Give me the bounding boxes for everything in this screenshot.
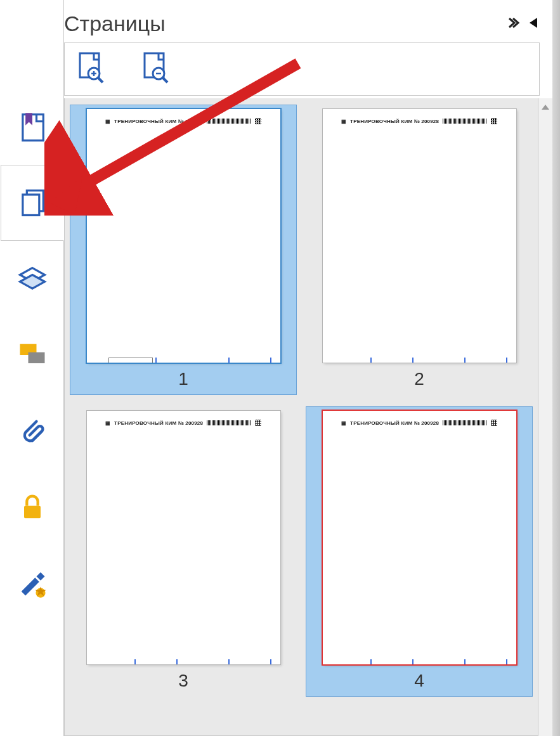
svg-rect-3 [23,195,39,216]
svg-marker-13 [530,18,537,28]
svg-rect-8 [24,506,41,519]
doc-header-text: ТРЕНИРОВОЧНЫЙ КИМ № 200928 [350,119,439,124]
doc-header-text: ТРЕНИРОВОЧНЫЙ КИМ № 200928 [114,119,203,124]
layers-tab[interactable] [0,241,63,317]
page-preview: ▦ ТРЕНИРОВОЧНЫЙ КИМ № 200928 [87,411,280,664]
attachments-tab[interactable] [0,393,63,469]
vertical-scrollbar[interactable] [538,98,552,736]
thumbnail-toolbar [64,42,540,96]
page-thumbnail[interactable]: ▦ ТРЕНИРОВОЧНЫЙ КИМ № 200928 2 [306,105,533,395]
thumbnail-zoom-out-button[interactable] [142,52,169,86]
svg-line-21 [162,77,167,82]
panel-collapse-button[interactable] [508,16,522,32]
page-number-label: 2 [414,369,424,389]
pages-panel: Страницы [63,0,552,736]
page-preview: ▦ ТРЕНИРОВОЧНЫЙ КИМ № 200928 [323,411,516,664]
security-tab[interactable] [0,469,63,545]
page-number-label: 1 [178,369,188,389]
svg-marker-10 [36,572,44,581]
bookmarks-tab[interactable] [0,89,63,165]
scroll-up-icon[interactable] [541,102,550,113]
thumbnail-zoom-in-button[interactable] [77,52,104,86]
page-number-label: 4 [414,671,424,691]
page-preview: ▦ ТРЕНИРОВОЧНЫЙ КИМ № 200928 [323,109,516,363]
signatures-tab[interactable] [0,545,63,621]
page-preview: ▦ ТРЕНИРОВОЧНЫЙ КИМ № 200928 [87,109,280,363]
pages-tab[interactable] [1,165,64,241]
side-tab-strip [0,0,63,736]
page-thumbnail[interactable]: ▦ ТРЕНИРОВОЧНЫЙ КИМ № 200928 3 [70,406,297,697]
panel-title: Страницы [64,11,166,36]
page-number-label: 3 [178,671,188,691]
comments-tab[interactable] [0,317,63,393]
page-thumbnail[interactable]: ▦ ТРЕНИРОВОЧНЫЙ КИМ № 200928 1 [70,105,297,395]
panel-close-button[interactable] [528,16,540,32]
svg-line-16 [98,77,103,82]
doc-header-text: ТРЕНИРОВОЧНЫЙ КИМ № 200928 [114,420,203,426]
svg-marker-23 [542,105,549,110]
page-thumbnail[interactable]: ▦ ТРЕНИРОВОЧНЫЙ КИМ № 200928 4 [306,406,533,697]
svg-rect-7 [28,352,44,363]
thumbnail-grid: ▦ ТРЕНИРОВОЧНЫЙ КИМ № 200928 1 ▦ ТРЕНИРО… [64,98,538,736]
doc-header-text: ТРЕНИРОВОЧНЫЙ КИМ № 200928 [350,420,439,426]
window-resize-edge[interactable] [552,0,560,736]
